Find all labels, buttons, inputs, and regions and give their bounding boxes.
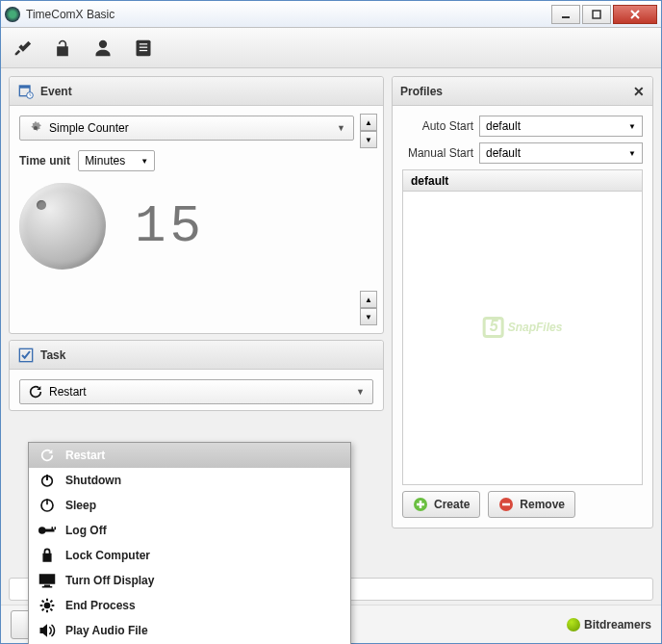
task-option-display[interactable]: Turn Off Display <box>29 568 350 593</box>
left-column: Event Simple Counter ▼ Time unit Minutes <box>9 76 384 570</box>
brand-dot-icon <box>567 618 580 631</box>
time-unit-combo[interactable]: Minutes ▼ <box>78 150 155 171</box>
sleep-icon <box>38 497 56 514</box>
svg-line-34 <box>50 601 52 603</box>
lock-icon <box>38 547 56 564</box>
remove-button[interactable]: Remove <box>488 491 575 518</box>
unlock-icon[interactable] <box>51 37 74 60</box>
manual-start-label: Manual Start <box>402 146 473 160</box>
logoff-icon <box>38 522 56 539</box>
task-title: Task <box>40 348 65 362</box>
task-panel: Task Restart ▼ <box>9 340 384 411</box>
time-unit-label: Time unit <box>19 154 70 167</box>
window-buttons <box>549 5 657 24</box>
task-dropdown: Restart Shutdown Sleep Log Off Lock Comp… <box>28 442 351 644</box>
event-spinner: ▲ ▼ ▲ ▼ <box>360 114 377 325</box>
task-option-logoff[interactable]: Log Off <box>29 518 350 543</box>
shutdown-icon <box>38 472 56 489</box>
task-option-process[interactable]: End Process <box>29 593 350 618</box>
task-selected-label: Restart <box>49 385 87 399</box>
spinner-down-top[interactable]: ▼ <box>360 131 377 148</box>
event-header: Event <box>10 77 383 106</box>
time-dial[interactable] <box>19 183 106 270</box>
svg-rect-4 <box>137 39 151 56</box>
svg-rect-21 <box>52 527 54 529</box>
event-type-label: Simple Counter <box>49 121 129 135</box>
create-button[interactable]: Create <box>402 491 480 518</box>
chevron-down-icon: ▼ <box>628 149 636 158</box>
task-combo[interactable]: Restart ▼ <box>19 379 373 404</box>
gear-icon <box>28 120 43 136</box>
display-icon <box>38 572 56 589</box>
event-panel: Event Simple Counter ▼ Time unit Minutes <box>9 76 384 334</box>
chevron-down-icon: ▼ <box>356 387 365 397</box>
create-label: Create <box>434 498 470 511</box>
task-option-audio[interactable]: Play Audio File <box>29 618 350 643</box>
event-type-combo[interactable]: Simple Counter ▼ <box>19 116 354 141</box>
auto-start-combo[interactable]: default▼ <box>479 116 643 137</box>
svg-rect-23 <box>39 574 56 584</box>
svg-rect-22 <box>55 527 57 529</box>
profile-list[interactable]: default SnapFiles <box>402 169 643 485</box>
profile-list-header: default <box>403 170 642 192</box>
profiles-panel: Profiles ✕ Auto Start default▼ Manual St… <box>392 76 653 528</box>
event-title: Event <box>40 85 72 98</box>
brand-name: Bitdreamers <box>584 618 651 631</box>
audio-icon <box>38 622 56 639</box>
chevron-down-icon: ▼ <box>337 123 345 133</box>
spinner-down-bottom[interactable]: ▼ <box>360 308 377 325</box>
right-column: Profiles ✕ Auto Start default▼ Manual St… <box>392 76 653 570</box>
remove-label: Remove <box>520 498 565 511</box>
svg-line-32 <box>50 608 52 610</box>
minus-icon <box>498 497 514 512</box>
brand: Bitdreamers <box>567 618 651 631</box>
task-option-restart[interactable]: Restart <box>29 443 350 468</box>
auto-start-value: default <box>486 119 521 133</box>
task-header: Task <box>10 341 383 370</box>
window-title: TimeComX Basic <box>26 8 549 21</box>
titlebar: TimeComX Basic <box>1 1 661 28</box>
calendar-icon <box>17 83 35 100</box>
main-toolbar <box>1 28 661 68</box>
content-area: Event Simple Counter ▼ Time unit Minutes <box>1 68 661 578</box>
task-option-sleep[interactable]: Sleep <box>29 493 350 518</box>
chevron-down-icon: ▼ <box>140 157 148 166</box>
settings-icon[interactable] <box>11 37 34 60</box>
task-option-shutdown[interactable]: Shutdown <box>29 468 350 493</box>
svg-rect-25 <box>42 586 53 588</box>
plus-icon <box>413 497 428 512</box>
process-icon <box>38 597 56 614</box>
spinner-up-bottom[interactable]: ▲ <box>360 291 377 308</box>
svg-rect-1 <box>593 11 600 18</box>
svg-rect-9 <box>19 86 30 89</box>
task-option-lock[interactable]: Lock Computer <box>29 543 350 568</box>
watermark: SnapFiles <box>483 317 563 338</box>
restart-icon <box>28 384 43 399</box>
manual-start-combo[interactable]: default▼ <box>479 142 643 164</box>
svg-line-31 <box>42 601 44 603</box>
close-button[interactable] <box>613 5 657 24</box>
user-icon[interactable] <box>91 37 115 60</box>
check-icon <box>17 347 35 364</box>
svg-point-26 <box>44 603 51 609</box>
chevron-down-icon: ▼ <box>628 122 636 131</box>
spinner-up-top[interactable]: ▲ <box>360 114 377 131</box>
manual-start-value: default <box>486 146 521 160</box>
auto-start-label: Auto Start <box>402 119 473 133</box>
log-icon[interactable] <box>132 37 155 60</box>
profiles-title: Profiles <box>400 85 443 98</box>
svg-rect-24 <box>44 585 50 587</box>
time-unit-value: Minutes <box>85 154 125 167</box>
close-icon[interactable]: ✕ <box>633 84 645 99</box>
svg-line-33 <box>42 608 44 610</box>
app-window: TimeComX Basic Event <box>0 0 662 644</box>
restart-icon <box>38 447 56 464</box>
app-icon <box>5 7 20 22</box>
profiles-header: Profiles ✕ <box>393 77 652 106</box>
minimize-button[interactable] <box>551 5 580 24</box>
time-display: 15 <box>135 197 205 256</box>
maximize-button[interactable] <box>582 5 611 24</box>
